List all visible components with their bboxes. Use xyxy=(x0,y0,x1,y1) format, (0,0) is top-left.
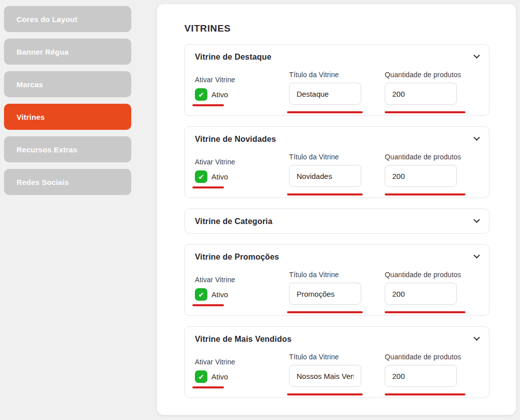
ativo-checkbox[interactable] xyxy=(195,370,207,383)
sidebar-item-banner-regua[interactable]: Banner Régua xyxy=(4,39,131,65)
quantity-field-input[interactable] xyxy=(385,365,457,387)
chevron-down-icon[interactable] xyxy=(473,52,480,59)
quantity-field-label: Quantidade de produtos xyxy=(385,271,461,279)
card-title: Vitrine de Promoções xyxy=(195,253,279,262)
annotation-underline xyxy=(287,311,363,313)
sidebar-item-recursos-extras[interactable]: Recursos Extras xyxy=(4,136,131,162)
toggle-group: Ativar Vitrine Ativo xyxy=(195,276,235,301)
title-field-label: Título da Vitrine xyxy=(289,153,361,161)
toggle-group: Ativar Vitrine Ativo xyxy=(195,76,235,101)
title-field-group: Título da Vitrine xyxy=(289,71,361,105)
sidebar-item-label: Banner Régua xyxy=(17,48,69,56)
toggle-row: Ativo xyxy=(195,370,235,383)
title-field-input[interactable] xyxy=(289,283,361,305)
ativo-checkbox[interactable] xyxy=(195,170,207,183)
title-field-group: Título da Vitrine xyxy=(289,271,361,305)
quantity-field-group: Quantidade de produtos xyxy=(385,71,461,105)
quantity-field-group: Quantidade de produtos xyxy=(385,153,461,187)
annotation-underline xyxy=(192,186,224,188)
sidebar-item-cores-do-layout[interactable]: Cores do Layout xyxy=(4,6,131,32)
card-vitrine-destaque: Vitrine de Destaque Ativar Vitrine Ativo… xyxy=(184,44,489,116)
page: { "sidebar": { "items": [ { "label": "Co… xyxy=(0,0,520,420)
title-field-label: Título da Vitrine xyxy=(289,271,361,279)
annotation-underline xyxy=(192,386,224,388)
sidebar-item-redes-sociais[interactable]: Redes Sociais xyxy=(4,169,131,195)
annotation-underline xyxy=(385,193,465,195)
toggle-label: Ativar Vitrine xyxy=(195,358,235,366)
sidebar-item-marcas[interactable]: Marcas xyxy=(4,71,131,97)
title-field-label: Título da Vitrine xyxy=(289,71,361,79)
chevron-down-icon[interactable] xyxy=(473,334,480,341)
sidebar-item-vitrines[interactable]: Vitrines xyxy=(4,104,131,130)
quantity-field-group: Quantidade de produtos xyxy=(385,271,461,305)
toggle-row: Ativo xyxy=(195,88,235,101)
toggle-label: Ativar Vitrine xyxy=(195,76,235,84)
quantity-field-group: Quantidade de produtos xyxy=(385,353,461,387)
card-vitrine-categoria: Vitrine de Categoria xyxy=(184,208,489,234)
toggle-row: Ativo xyxy=(195,170,235,183)
title-field-group: Título da Vitrine xyxy=(289,353,361,387)
page-title: VITRINES xyxy=(184,23,489,34)
sidebar-item-label: Recursos Extras xyxy=(17,145,77,154)
annotation-underline xyxy=(287,193,363,195)
quantity-field-input[interactable] xyxy=(385,165,457,187)
annotation-underline xyxy=(192,104,224,106)
card-vitrine-promocoes: Vitrine de Promoções Ativar Vitrine Ativ… xyxy=(184,244,489,316)
chevron-down-icon[interactable] xyxy=(473,134,480,141)
settings-sidebar: Cores do Layout Banner Régua Marcas Vitr… xyxy=(4,6,131,201)
card-header-vitrine-categoria[interactable]: Vitrine de Categoria xyxy=(185,209,489,234)
quantity-field-label: Quantidade de produtos xyxy=(385,153,461,161)
vitrines-panel: VITRINES Vitrine de Destaque Ativar Vitr… xyxy=(157,4,516,415)
card-vitrine-mais-vendidos: Vitrine de Mais Vendidos Ativar Vitrine … xyxy=(184,326,489,398)
sidebar-item-label: Vitrines xyxy=(17,113,45,121)
annotation-underline xyxy=(192,304,224,306)
toggle-label: Ativar Vitrine xyxy=(195,158,235,166)
card-title: Vitrine de Novidades xyxy=(195,135,276,144)
card-header-vitrine-novidades[interactable]: Vitrine de Novidades xyxy=(185,127,489,152)
quantity-field-input[interactable] xyxy=(385,83,457,105)
title-field-input[interactable] xyxy=(289,365,361,387)
annotation-underline xyxy=(287,393,363,395)
toggle-state-label: Ativo xyxy=(211,372,228,381)
toggle-state-label: Ativo xyxy=(211,290,228,299)
quantity-field-label: Quantidade de produtos xyxy=(385,71,461,79)
card-header-vitrine-promocoes[interactable]: Vitrine de Promoções xyxy=(185,245,489,270)
toggle-group: Ativar Vitrine Ativo xyxy=(195,158,235,183)
annotation-underline xyxy=(385,111,465,113)
card-title: Vitrine de Mais Vendidos xyxy=(195,335,292,344)
card-vitrine-novidades: Vitrine de Novidades Ativar Vitrine Ativ… xyxy=(184,126,489,198)
title-field-input[interactable] xyxy=(289,83,361,105)
toggle-group: Ativar Vitrine Ativo xyxy=(195,358,235,383)
toggle-state-label: Ativo xyxy=(211,172,228,181)
title-field-label: Título da Vitrine xyxy=(289,353,361,361)
ativo-checkbox[interactable] xyxy=(195,288,207,301)
quantity-field-input[interactable] xyxy=(385,283,457,305)
annotation-underline xyxy=(385,393,465,395)
sidebar-item-label: Cores do Layout xyxy=(17,15,77,24)
toggle-label: Ativar Vitrine xyxy=(195,276,235,284)
title-field-group: Título da Vitrine xyxy=(289,153,361,187)
toggle-state-label: Ativo xyxy=(211,90,228,99)
chevron-down-icon[interactable] xyxy=(473,217,480,223)
annotation-underline xyxy=(287,111,363,113)
toggle-row: Ativo xyxy=(195,288,235,301)
quantity-field-label: Quantidade de produtos xyxy=(385,353,461,361)
card-header-vitrine-destaque[interactable]: Vitrine de Destaque xyxy=(185,45,489,70)
ativo-checkbox[interactable] xyxy=(195,88,207,101)
card-header-vitrine-mais-vendidos[interactable]: Vitrine de Mais Vendidos xyxy=(185,327,489,352)
card-title: Vitrine de Categoria xyxy=(195,217,273,226)
card-title: Vitrine de Destaque xyxy=(195,53,272,62)
sidebar-item-label: Marcas xyxy=(17,80,43,89)
sidebar-item-label: Redes Sociais xyxy=(17,178,69,186)
title-field-input[interactable] xyxy=(289,165,361,187)
chevron-down-icon[interactable] xyxy=(473,252,480,259)
annotation-underline xyxy=(385,311,465,313)
